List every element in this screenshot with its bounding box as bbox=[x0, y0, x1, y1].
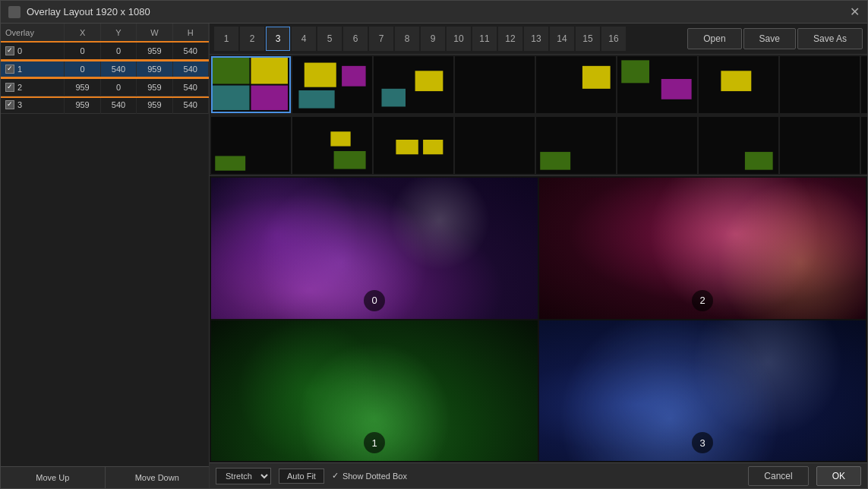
cell-x-2: 959 bbox=[65, 78, 100, 96]
show-dotted-label[interactable]: ✓ Show Dotted Box bbox=[332, 471, 407, 481]
move-down-button[interactable]: Move Down bbox=[106, 467, 210, 488]
show-dotted-text: Show Dotted Box bbox=[342, 472, 407, 481]
tab-13[interactable]: 13 bbox=[524, 27, 548, 51]
preview-area: 0213 bbox=[210, 176, 867, 462]
show-dotted-check-icon: ✓ bbox=[332, 471, 339, 481]
window-icon bbox=[8, 6, 21, 18]
tab-14[interactable]: 14 bbox=[550, 27, 574, 51]
overlay-checkbox-0[interactable] bbox=[5, 46, 14, 55]
svg-rect-32 bbox=[455, 117, 535, 174]
right-panel: 12345678910111213141516 Open Save Save A… bbox=[210, 24, 867, 488]
window-title: Overlay Layout 1920 x 1080 bbox=[27, 6, 150, 17]
thumbnail[interactable] bbox=[861, 117, 867, 174]
col-header-h: H bbox=[172, 24, 208, 43]
svg-rect-27 bbox=[334, 151, 366, 169]
content-area: Overlay X Y W H 0 0 0 959 540 bbox=[1, 24, 867, 488]
overlay-checkbox-2[interactable] bbox=[5, 83, 14, 92]
cancel-button[interactable]: Cancel bbox=[748, 466, 808, 486]
auto-fit-button[interactable]: Auto Fit bbox=[279, 468, 324, 484]
cell-overlay-0: 0 bbox=[1, 43, 65, 61]
thumbnail[interactable] bbox=[861, 56, 867, 113]
tab-6[interactable]: 6 bbox=[343, 27, 368, 51]
overlay-table: Overlay X Y W H 0 0 0 959 540 bbox=[1, 24, 209, 466]
left-panel: Overlay X Y W H 0 0 0 959 540 bbox=[1, 24, 210, 488]
thumbnail[interactable] bbox=[455, 56, 535, 113]
thumbnail[interactable] bbox=[536, 117, 616, 174]
tab-3[interactable]: 3 bbox=[266, 27, 290, 51]
close-button[interactable]: ✕ bbox=[850, 6, 860, 18]
svg-rect-3 bbox=[213, 86, 249, 110]
cell-y-1: 540 bbox=[100, 60, 136, 78]
cell-y-2: 0 bbox=[100, 78, 136, 96]
tab-5[interactable]: 5 bbox=[317, 27, 342, 51]
svg-rect-14 bbox=[582, 66, 611, 89]
svg-rect-6 bbox=[305, 63, 336, 87]
thumbnail[interactable] bbox=[292, 117, 372, 174]
thumbnail[interactable] bbox=[699, 117, 778, 174]
tab-10[interactable]: 10 bbox=[447, 27, 471, 51]
thumbnail[interactable] bbox=[374, 56, 453, 113]
col-header-y: Y bbox=[100, 24, 136, 43]
top-bar: 12345678910111213141516 Open Save Save A… bbox=[210, 24, 867, 55]
tab-8[interactable]: 8 bbox=[395, 27, 419, 51]
tab-9[interactable]: 9 bbox=[421, 27, 445, 51]
cell-y-3: 540 bbox=[100, 96, 136, 114]
cell-w-0: 959 bbox=[137, 43, 172, 61]
cell-x-3: 959 bbox=[65, 96, 100, 114]
tab-15[interactable]: 15 bbox=[576, 27, 600, 51]
thumbnail[interactable] bbox=[617, 117, 697, 174]
cell-h-3: 540 bbox=[172, 96, 208, 114]
thumbnail[interactable] bbox=[455, 117, 535, 174]
cell-w-1: 959 bbox=[137, 60, 172, 78]
preview-cell-3: 3 bbox=[539, 320, 866, 462]
thumbnail[interactable] bbox=[780, 56, 860, 113]
thumbnail[interactable] bbox=[374, 117, 453, 174]
tab-7[interactable]: 7 bbox=[369, 27, 393, 51]
table-row[interactable]: 3 959 540 959 540 bbox=[1, 96, 209, 114]
svg-rect-37 bbox=[745, 152, 773, 170]
status-bar: Stretch Auto Fit ✓ Show Dotted Box Cance… bbox=[210, 462, 867, 488]
svg-rect-39 bbox=[861, 117, 867, 174]
cell-h-0: 540 bbox=[172, 43, 208, 61]
preview-cell-2: 2 bbox=[539, 178, 866, 319]
preview-num-2: 2 bbox=[692, 290, 713, 311]
table-row[interactable]: 2 959 0 959 540 bbox=[1, 78, 209, 96]
overlay-checkbox-1[interactable] bbox=[5, 65, 14, 74]
overlay-checkbox-3[interactable] bbox=[5, 100, 14, 109]
tab-2[interactable]: 2 bbox=[240, 27, 264, 51]
cell-overlay-3: 3 bbox=[1, 96, 65, 114]
svg-rect-16 bbox=[621, 60, 649, 83]
thumbnail[interactable] bbox=[699, 56, 778, 113]
svg-rect-4 bbox=[251, 86, 288, 110]
tab-11[interactable]: 11 bbox=[472, 27, 497, 51]
move-up-button[interactable]: Move Up bbox=[1, 467, 106, 488]
ok-button[interactable]: OK bbox=[816, 466, 861, 486]
thumbnail[interactable] bbox=[617, 56, 697, 113]
save-button[interactable]: Save bbox=[743, 28, 796, 49]
tab-4[interactable]: 4 bbox=[292, 27, 316, 51]
thumbnail[interactable] bbox=[536, 56, 616, 113]
tab-1[interactable]: 1 bbox=[214, 27, 238, 51]
thumbnail[interactable] bbox=[780, 117, 860, 174]
open-button[interactable]: Open bbox=[687, 28, 741, 49]
thumbnail[interactable] bbox=[292, 56, 372, 113]
svg-rect-12 bbox=[455, 56, 535, 113]
svg-rect-17 bbox=[661, 79, 692, 99]
thumb-row-top bbox=[210, 55, 867, 115]
cell-x-0: 0 bbox=[65, 43, 100, 61]
save-as-button[interactable]: Save As bbox=[797, 28, 863, 49]
cell-overlay-2: 2 bbox=[1, 78, 65, 96]
thumbnail[interactable] bbox=[211, 56, 291, 113]
svg-rect-35 bbox=[617, 117, 697, 174]
svg-rect-7 bbox=[342, 66, 366, 87]
thumbnail[interactable] bbox=[211, 117, 291, 174]
stretch-select[interactable]: Stretch bbox=[216, 468, 271, 484]
tab-12[interactable]: 12 bbox=[498, 27, 522, 51]
tab-16[interactable]: 16 bbox=[601, 27, 626, 51]
table-row[interactable]: 0 0 0 959 540 bbox=[1, 43, 209, 61]
table-row[interactable]: 1 0 540 959 540 bbox=[1, 60, 209, 78]
tab-numbers: 12345678910111213141516 bbox=[214, 27, 626, 51]
title-bar: Overlay Layout 1920 x 1080 ✕ bbox=[1, 1, 867, 24]
title-bar-left: Overlay Layout 1920 x 1080 bbox=[8, 6, 150, 18]
svg-rect-1 bbox=[213, 58, 249, 84]
